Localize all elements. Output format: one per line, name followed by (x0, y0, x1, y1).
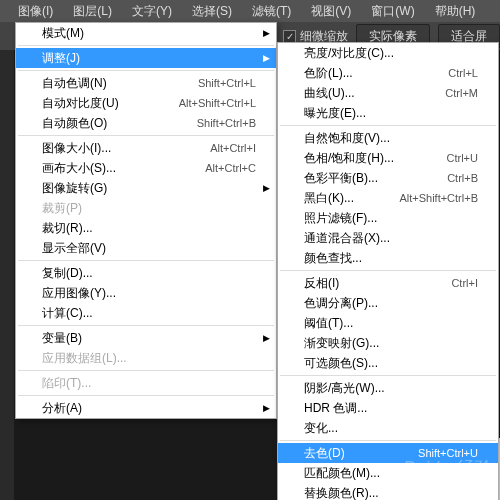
menu-item-label: 色相/饱和度(H)... (304, 150, 394, 167)
menu-item[interactable]: HDR 色调... (278, 398, 498, 418)
tab-strip (0, 50, 14, 500)
menu-item[interactable]: 替换颜色(R)... (278, 483, 498, 500)
menu-item[interactable]: 变化... (278, 418, 498, 438)
menu-item[interactable]: 阴影/高光(W)... (278, 378, 498, 398)
menu-item[interactable]: 选择(S) (184, 1, 240, 22)
menu-separator (18, 325, 274, 326)
menu-item[interactable]: 色阶(L)...Ctrl+L (278, 63, 498, 83)
menu-item-label: 应用数据组(L)... (42, 350, 127, 367)
menu-shortcut: Alt+Ctrl+I (210, 142, 256, 154)
menu-item[interactable]: 可选颜色(S)... (278, 353, 498, 373)
checkbox-icon (283, 30, 296, 43)
menu-item-label: 反相(I) (304, 275, 339, 292)
menu-item[interactable]: 窗口(W) (363, 1, 422, 22)
menu-item-label: 渐变映射(G)... (304, 335, 379, 352)
menu-item[interactable]: 曲线(U)...Ctrl+M (278, 83, 498, 103)
menu-item-label: 应用图像(Y)... (42, 285, 116, 302)
menu-item-label: 分析(A) (42, 400, 82, 417)
menu-item[interactable]: 自动颜色(O)Shift+Ctrl+B (16, 113, 276, 133)
menu-item-label: 计算(C)... (42, 305, 93, 322)
menu-item[interactable]: 计算(C)... (16, 303, 276, 323)
menu-item[interactable]: 色调分离(P)... (278, 293, 498, 313)
menu-item[interactable]: 亮度/对比度(C)... (278, 43, 498, 63)
menu-separator (280, 125, 496, 126)
menu-shortcut: Alt+Shift+Ctrl+L (179, 97, 256, 109)
menu-separator (280, 270, 496, 271)
menu-item[interactable]: 调整(J)▶ (16, 48, 276, 68)
menu-item[interactable]: 通道混合器(X)... (278, 228, 498, 248)
menu-item-label: 照片滤镜(F)... (304, 210, 377, 227)
menu-item-label: 自然饱和度(V)... (304, 130, 390, 147)
menu-item-label: 曲线(U)... (304, 85, 355, 102)
menu-item-label: 陷印(T)... (42, 375, 91, 392)
menu-item-label: 自动色调(N) (42, 75, 107, 92)
menu-item[interactable]: 阈值(T)... (278, 313, 498, 333)
menu-item-label: 显示全部(V) (42, 240, 106, 257)
menu-item[interactable]: 复制(D)... (16, 263, 276, 283)
menu-item-label: 阴影/高光(W)... (304, 380, 385, 397)
menu-item-label: 变化... (304, 420, 338, 437)
menu-item-label: 自动对比度(U) (42, 95, 119, 112)
menu-shortcut: Shift+Ctrl+B (197, 117, 256, 129)
menu-item[interactable]: 渐变映射(G)... (278, 333, 498, 353)
menu-separator (18, 70, 274, 71)
menu-separator (18, 395, 274, 396)
menu-item-label: 裁剪(P) (42, 200, 82, 217)
adjustments-submenu: 亮度/对比度(C)...色阶(L)...Ctrl+L曲线(U)...Ctrl+M… (277, 42, 499, 500)
chevron-right-icon: ▶ (263, 403, 270, 413)
menu-item-label: 画布大小(S)... (42, 160, 116, 177)
menu-item[interactable]: 反相(I)Ctrl+I (278, 273, 498, 293)
menu-item-label: 调整(J) (42, 50, 80, 67)
menu-shortcut: Ctrl+U (447, 152, 478, 164)
menu-item-label: HDR 色调... (304, 400, 367, 417)
menu-item-label: 黑白(K)... (304, 190, 354, 207)
menu-item-label: 自动颜色(O) (42, 115, 107, 132)
menu-item[interactable]: 自然饱和度(V)... (278, 128, 498, 148)
menu-separator (18, 45, 274, 46)
menu-item[interactable]: 曝光度(E)... (278, 103, 498, 123)
menu-item[interactable]: 图像大小(I)...Alt+Ctrl+I (16, 138, 276, 158)
menu-item[interactable]: 变量(B)▶ (16, 328, 276, 348)
menu-item[interactable]: 模式(M)▶ (16, 23, 276, 43)
menu-shortcut: Alt+Ctrl+C (205, 162, 256, 174)
menu-item-label: 阈值(T)... (304, 315, 353, 332)
menu-shortcut: Shift+Ctrl+L (198, 77, 256, 89)
menu-item-label: 复制(D)... (42, 265, 93, 282)
menu-item-label: 色彩平衡(B)... (304, 170, 378, 187)
menu-item[interactable]: 帮助(H) (427, 1, 484, 22)
menu-item[interactable]: 显示全部(V) (16, 238, 276, 258)
image-menu-dropdown: 模式(M)▶调整(J)▶自动色调(N)Shift+Ctrl+L自动对比度(U)A… (15, 22, 277, 419)
menu-item[interactable]: 视图(V) (303, 1, 359, 22)
menu-item-label: 色调分离(P)... (304, 295, 378, 312)
menu-item[interactable]: 自动色调(N)Shift+Ctrl+L (16, 73, 276, 93)
menu-item[interactable]: 自动对比度(U)Alt+Shift+Ctrl+L (16, 93, 276, 113)
menu-item[interactable]: 图层(L) (65, 1, 120, 22)
menu-item[interactable]: 滤镜(T) (244, 1, 299, 22)
menu-item[interactable]: 画布大小(S)...Alt+Ctrl+C (16, 158, 276, 178)
menu-item-label: 颜色查找... (304, 250, 362, 267)
menu-item-label: 变量(B) (42, 330, 82, 347)
menu-shortcut: Ctrl+M (445, 87, 478, 99)
menu-item[interactable]: 黑白(K)...Alt+Shift+Ctrl+B (278, 188, 498, 208)
menu-item[interactable]: 色彩平衡(B)...Ctrl+B (278, 168, 498, 188)
menu-item-label: 可选颜色(S)... (304, 355, 378, 372)
chevron-right-icon: ▶ (263, 28, 270, 38)
menu-item[interactable]: 裁切(R)... (16, 218, 276, 238)
menu-item-label: 图像旋转(G) (42, 180, 107, 197)
menu-separator (280, 440, 496, 441)
menu-item-label: 模式(M) (42, 25, 84, 42)
menu-item[interactable]: 分析(A)▶ (16, 398, 276, 418)
menu-separator (18, 135, 274, 136)
menu-item-label: 替换颜色(R)... (304, 485, 379, 501)
menu-item[interactable]: 应用图像(Y)... (16, 283, 276, 303)
menu-item[interactable]: 色相/饱和度(H)...Ctrl+U (278, 148, 498, 168)
chevron-right-icon: ▶ (263, 183, 270, 193)
menu-item[interactable]: 图像(I) (10, 1, 61, 22)
menu-item[interactable]: 文字(Y) (124, 1, 180, 22)
menu-item[interactable]: 图像旋转(G)▶ (16, 178, 276, 198)
menu-shortcut: Ctrl+B (447, 172, 478, 184)
menu-item[interactable]: 颜色查找... (278, 248, 498, 268)
menu-item[interactable]: 照片滤镜(F)... (278, 208, 498, 228)
menu-item: 裁剪(P) (16, 198, 276, 218)
menu-shortcut: Ctrl+L (448, 67, 478, 79)
